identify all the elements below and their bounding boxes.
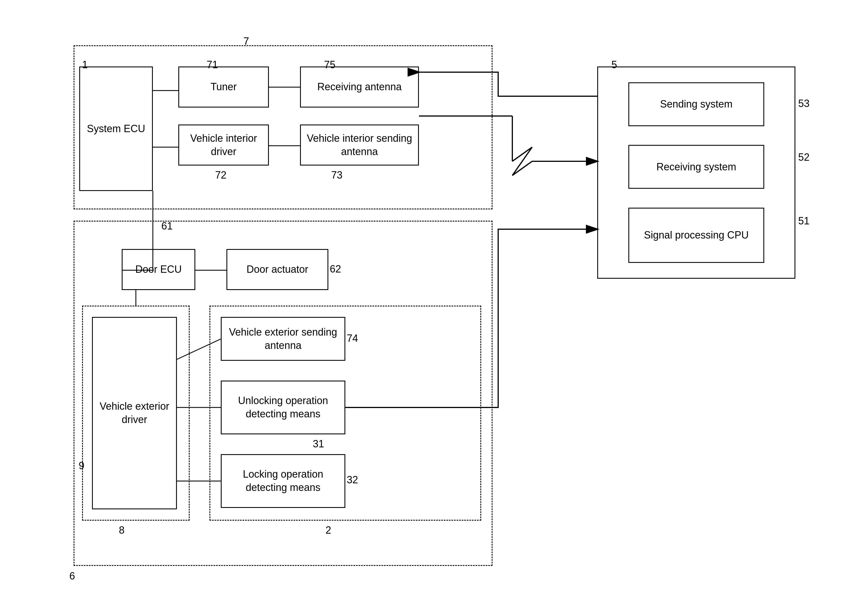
- tuner-label: Tuner: [211, 80, 237, 94]
- ref-2: 2: [326, 524, 331, 536]
- door-ecu-label: Door ECU: [135, 263, 182, 276]
- sending-system-label: Sending system: [660, 97, 733, 111]
- ref-1: 1: [82, 59, 88, 71]
- tuner-box: Tuner: [178, 66, 269, 107]
- box-5: Sending system Receiving system Signal p…: [597, 66, 795, 279]
- system-ecu-label: System ECU: [87, 122, 145, 135]
- diagram: 7 6 System ECU 1 Tuner 71 Vehicle interi…: [17, 17, 852, 600]
- receiving-antenna-label: Receiving antenna: [317, 80, 402, 94]
- unlocking-operation-detecting-means-label: Unlocking operation detecting means: [222, 394, 344, 421]
- vehicle-exterior-sending-antenna-label: Vehicle exterior sending antenna: [222, 326, 344, 352]
- ref-61: 61: [161, 220, 173, 232]
- ref-32: 32: [347, 474, 358, 486]
- ref-53: 53: [798, 97, 810, 110]
- ref-9: 9: [79, 460, 84, 472]
- door-ecu-box: Door ECU: [122, 249, 195, 290]
- vehicle-interior-driver-label: Vehicle interior driver: [179, 132, 268, 159]
- door-actuator-label: Door actuator: [247, 263, 308, 276]
- vehicle-exterior-driver-label: Vehicle exterior driver: [93, 400, 176, 426]
- locking-operation-detecting-means-box: Locking operation detecting means: [221, 454, 345, 508]
- receiving-system-box: Receiving system: [628, 145, 764, 189]
- ref-51: 51: [798, 215, 810, 227]
- ref-74: 74: [347, 333, 358, 344]
- unlocking-operation-detecting-means-box: Unlocking operation detecting means: [221, 380, 345, 434]
- system-ecu-box: System ECU: [79, 66, 153, 191]
- signal-processing-cpu-label: Signal processing CPU: [644, 229, 749, 242]
- ref-6: 6: [69, 570, 75, 582]
- ref-71: 71: [207, 59, 218, 71]
- ref-73: 73: [331, 169, 343, 181]
- ref-8: 8: [119, 524, 124, 536]
- vehicle-exterior-sending-antenna-box: Vehicle exterior sending antenna: [221, 317, 345, 361]
- receiving-system-label: Receiving system: [656, 160, 736, 174]
- ref-31: 31: [313, 438, 324, 450]
- vehicle-interior-sending-antenna-box: Vehicle interior sending antenna: [300, 124, 419, 165]
- vehicle-interior-driver-box: Vehicle interior driver: [178, 124, 269, 165]
- ref-62: 62: [330, 263, 341, 275]
- ref-52: 52: [798, 151, 810, 163]
- ref-72: 72: [215, 169, 226, 181]
- receiving-antenna-box: Receiving antenna: [300, 66, 419, 107]
- signal-processing-cpu-box: Signal processing CPU: [628, 208, 764, 263]
- vehicle-exterior-driver-box: Vehicle exterior driver: [92, 317, 177, 509]
- ref-7: 7: [244, 35, 249, 47]
- ref-5: 5: [612, 59, 617, 71]
- sending-system-box: Sending system: [628, 82, 764, 126]
- vehicle-interior-sending-antenna-label: Vehicle interior sending antenna: [301, 132, 418, 159]
- door-actuator-box: Door actuator: [226, 249, 328, 290]
- ref-75: 75: [324, 59, 335, 71]
- locking-operation-detecting-means-label: Locking operation detecting means: [222, 468, 344, 494]
